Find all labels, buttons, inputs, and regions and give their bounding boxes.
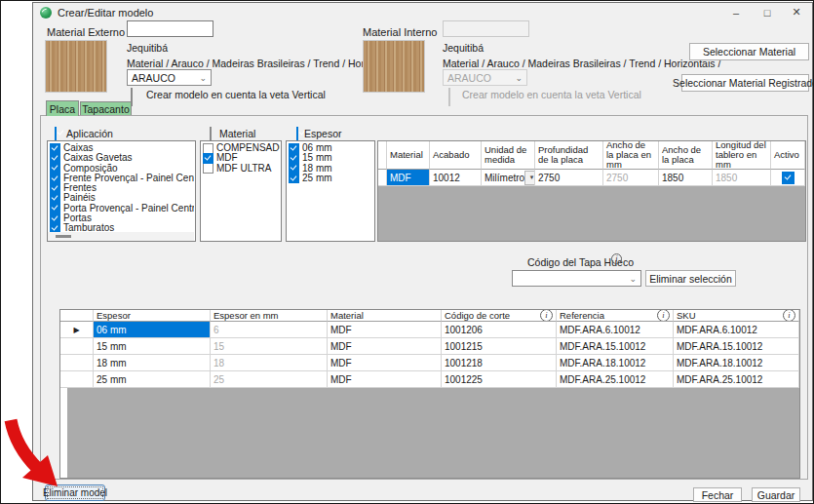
espesor-listbox[interactable]: 06 mm 15 mm 18 mm 25 mm [286, 140, 375, 242]
material-listbox[interactable]: COMPENSADO MDF MDF ULTRA [200, 140, 282, 242]
grid-cell-activo[interactable] [771, 170, 805, 186]
list-item[interactable]: MDF ULTRA [203, 164, 280, 174]
table-cell[interactable]: MDF.ARA.15.10012 [674, 338, 799, 355]
checkbox-icon[interactable] [50, 193, 60, 203]
column-header[interactable]: Activo [771, 141, 805, 170]
table-cell[interactable]: 6 [211, 322, 328, 338]
table-cell[interactable]: MDF [328, 371, 442, 388]
scrollbar-thumb[interactable] [56, 235, 71, 238]
activo-checkbox[interactable] [782, 172, 795, 184]
list-item[interactable]: COMPENSADO [203, 143, 280, 153]
table-cell[interactable]: MDF.ARA.18.10012 [674, 355, 799, 371]
checkbox-icon[interactable] [289, 143, 299, 153]
table-cell[interactable]: MDF.ARA.25.10012 [674, 371, 799, 388]
list-item[interactable]: Composição [50, 164, 194, 174]
checkbox-icon[interactable] [50, 174, 60, 183]
list-item[interactable]: Portas [50, 213, 194, 223]
table-cell[interactable]: MDF [328, 338, 442, 355]
checkbox-icon[interactable] [289, 174, 299, 183]
column-header[interactable]: Espesor en mm [211, 310, 328, 322]
table-cell[interactable]: MDF.ARA.18.10012 [557, 355, 674, 371]
column-header[interactable]: Material [328, 310, 442, 322]
info-icon[interactable]: i [540, 310, 553, 322]
grid-cell-acabado[interactable]: 10012 [430, 170, 482, 186]
list-item[interactable]: Painéis [50, 193, 194, 203]
seleccionar-material-registrado-button[interactable]: Seleccionar Material Registrado [681, 74, 809, 92]
list-item[interactable]: Caixas [50, 143, 194, 153]
eliminar-seleccion-button[interactable]: Eliminar selección [645, 270, 736, 287]
title-bar[interactable]: Crear/Editar modelo [33, 3, 716, 22]
list-item[interactable]: 25 mm [289, 174, 373, 183]
tab-placa[interactable]: Placa [46, 100, 79, 116]
table-cell[interactable]: 06 mm [94, 322, 211, 338]
table-cell[interactable]: MDF [328, 355, 442, 371]
table-cell[interactable]: 25 [211, 371, 328, 388]
row-header-cell[interactable] [60, 338, 94, 355]
table-cell[interactable]: MDF.ARA.6.10012 [557, 322, 674, 338]
maximize-button[interactable]: □ [753, 3, 782, 21]
tapa-hueco-select[interactable]: ⌄ [512, 270, 641, 287]
column-header[interactable]: Unidad de medida [482, 141, 535, 170]
checkbox-icon[interactable] [50, 204, 60, 213]
list-item[interactable]: 06 mm [289, 143, 373, 153]
table-cell[interactable]: 15 mm [94, 338, 211, 355]
list-item[interactable]: Frente Provençal - Painel Central/Trasei… [50, 174, 194, 183]
info-icon[interactable]: i [657, 310, 670, 322]
table-cell[interactable]: 1001218 [442, 355, 557, 371]
column-header[interactable]: Espesor [94, 310, 211, 322]
table-cell[interactable]: 1001225 [442, 371, 557, 388]
checkbox-icon[interactable] [50, 183, 60, 193]
table-cell[interactable]: MDF [328, 322, 442, 338]
table-cell[interactable]: 18 mm [94, 355, 211, 371]
aplicacion-listbox[interactable]: Caixas Caixas Gavetas Composição Frente … [47, 140, 196, 242]
fechar-button[interactable]: Fechar [693, 487, 742, 502]
checkbox-icon[interactable] [289, 153, 299, 163]
grid-cell-profundidad[interactable]: 2750 [535, 170, 603, 186]
row-header-cell[interactable] [60, 371, 94, 388]
column-header[interactable]: Ancho de la placa en mm [603, 141, 659, 170]
material-externo-name-input[interactable] [127, 20, 213, 37]
tab-tapacanto[interactable]: Tapacanto [80, 101, 132, 116]
row-header-cell[interactable] [60, 355, 94, 371]
table-cell[interactable]: 1001206 [442, 322, 557, 338]
checkbox-icon[interactable] [289, 164, 299, 174]
table-cell[interactable]: 1001215 [442, 338, 557, 355]
checkbox-icon[interactable] [50, 213, 60, 223]
table-cell[interactable]: MDF.ARA.6.10012 [674, 322, 799, 338]
column-header[interactable]: Longitud del tablero en mm [713, 141, 771, 170]
grid-cell-material[interactable]: MDF [387, 170, 430, 186]
column-header[interactable]: Referenciai [557, 310, 674, 322]
material-externo-brand-select[interactable]: ARAUCO ⌄ [127, 69, 212, 86]
close-button[interactable]: ✕ [782, 3, 811, 21]
info-icon[interactable]: i [611, 253, 622, 264]
column-header[interactable]: Acabado [430, 141, 482, 170]
table-cell[interactable]: MDF.ARA.15.10012 [557, 338, 674, 355]
row-header-cell[interactable] [378, 170, 387, 186]
checkbox-icon[interactable] [50, 153, 60, 163]
column-header[interactable]: Profundidad de la placa [535, 141, 603, 170]
column-header[interactable]: SKUi [674, 310, 799, 322]
checkbox-icon[interactable] [203, 153, 213, 163]
checkbox-icon[interactable] [203, 143, 213, 153]
checkbox-icon[interactable] [50, 143, 60, 153]
horizontal-scrollbar[interactable] [48, 232, 194, 241]
row-header-cell[interactable]: ▶ [60, 322, 94, 338]
list-item[interactable]: Caixas Gavetas [50, 153, 194, 163]
grid-cell-unidad[interactable]: Milímetro ▾ [482, 170, 535, 186]
seleccionar-material-button[interactable]: Seleccionar Material [689, 43, 809, 60]
list-item[interactable]: 18 mm [289, 164, 373, 174]
column-header[interactable]: Material [387, 141, 430, 170]
table-cell[interactable]: MDF.ARA.25.10012 [557, 371, 674, 388]
checkbox-icon[interactable] [203, 164, 213, 174]
table-cell[interactable]: 25 mm [94, 371, 211, 388]
combo-dropdown-icon[interactable]: ▾ [524, 171, 535, 185]
checkbox-icon[interactable] [50, 164, 60, 174]
info-icon[interactable]: i [783, 310, 795, 322]
grid-cell-ancho[interactable]: 1850 [659, 170, 713, 186]
table-cell[interactable]: 18 [211, 355, 328, 371]
list-item[interactable]: Porta Provençal - Painel Central/Traseir… [50, 204, 194, 213]
column-header[interactable]: Ancho de la placa [659, 141, 713, 170]
table-cell[interactable]: 15 [211, 338, 328, 355]
column-header[interactable]: Código de cortei [442, 310, 557, 322]
guardar-button[interactable]: Guardar [752, 487, 800, 502]
